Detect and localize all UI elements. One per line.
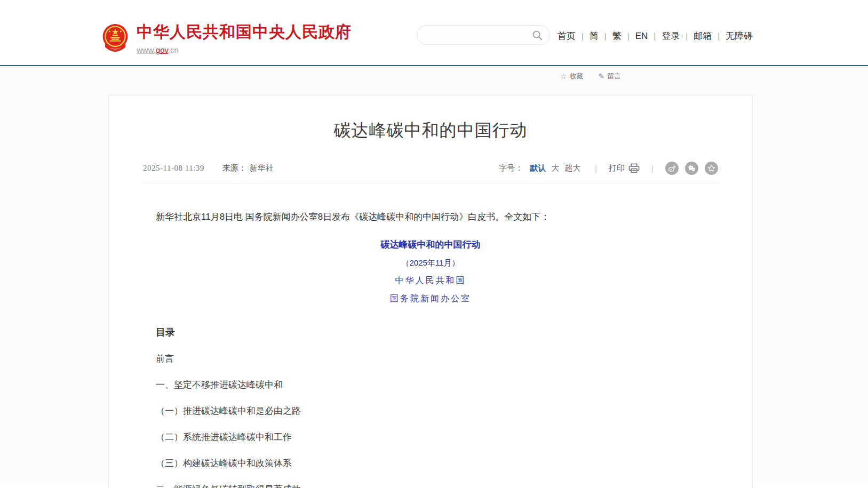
page-body: ☆ 收藏 ✎ 留言 碳达峰碳中和的中国行动 2025-11-08 11:39 来… [0,66,868,486]
article-body: 新华社北京11月8日电 国务院新闻办公室8日发布《碳达峰碳中和的中国行动》白皮书… [109,210,752,488]
document-org-line1: 中华人民共和国 [156,275,705,286]
font-size-xlarge[interactable]: 超大 [564,163,580,173]
nav-separator: | [686,31,688,41]
nav-separator: | [718,31,720,41]
share-group [665,162,718,175]
nav-home[interactable]: 首页 [558,30,576,42]
favorite-button[interactable]: ☆ 收藏 [560,71,584,81]
print-button[interactable]: 打印 [609,163,640,173]
meta-right: 字号： 默认 大 超大 | 打印 | [499,162,718,175]
nav-login[interactable]: 登录 [662,30,680,42]
toc-item-1-1: （一）推进碳达峰碳中和是必由之路 [156,405,705,417]
printer-icon [628,163,640,173]
source-label: 来源： [222,163,246,173]
search-icon[interactable] [531,29,543,41]
document-date: （2025年11月） [156,258,705,268]
weibo-share-icon[interactable] [665,162,679,175]
lead-paragraph: 新华社北京11月8日电 国务院新闻办公室8日发布《碳达峰碳中和的中国行动》白皮书… [156,210,705,224]
meta-left: 2025-11-08 11:39 来源： 新华社 [143,163,274,173]
font-size-default[interactable]: 默认 [530,163,546,173]
comment-button[interactable]: ✎ 留言 [599,71,622,81]
nav-separator: | [582,31,584,41]
article-container: 碳达峰碳中和的中国行动 2025-11-08 11:39 来源： 新华社 字号：… [108,95,753,488]
meta-separator: | [651,164,654,173]
site-url[interactable]: www.gov.cn [137,45,352,54]
nav-traditional[interactable]: 繁 [612,30,622,42]
toc-item-1-2: （二）系统推进碳达峰碳中和工作 [156,431,705,443]
star-share-icon[interactable] [705,162,718,175]
search-input[interactable] [411,26,531,44]
article-title: 碳达峰碳中和的中国行动 [109,119,752,142]
site-title: 中华人民共和国中央人民政府 [137,21,352,43]
pen-icon: ✎ [599,72,605,81]
quick-links: ☆ 收藏 ✎ 留言 [560,71,621,81]
site-logo[interactable]: 中华人民共和国中央人民政府 www.gov.cn [101,21,352,54]
comment-label: 留言 [607,71,621,81]
search-box [417,25,550,45]
nav-mail[interactable]: 邮箱 [694,30,712,42]
star-outline-icon: ☆ [560,72,567,81]
toc-item-1: 一、坚定不移推进碳达峰碳中和 [156,379,705,391]
site-header: 中华人民共和国中央人民政府 www.gov.cn 首页 | 简 | 繁 | EN… [0,0,868,65]
top-nav: 首页 | 简 | 繁 | EN | 登录 | 邮箱 | 无障碍 [558,30,753,42]
meta-separator: | [595,164,597,173]
document-org-line2: 国务院新闻办公室 [156,293,705,305]
nav-simplified[interactable]: 简 [590,30,599,42]
wechat-share-icon[interactable] [685,162,698,175]
print-label: 打印 [609,163,625,173]
nav-english[interactable]: EN [635,31,648,42]
nav-separator: | [627,31,630,41]
toc-item-1-3: （三）构建碳达峰碳中和政策体系 [156,457,705,469]
document-title: 碳达峰碳中和的中国行动 [156,238,705,251]
publish-date: 2025-11-08 11:39 [143,164,204,173]
national-emblem-icon [101,23,129,53]
font-size-large[interactable]: 大 [551,163,559,173]
source-value[interactable]: 新华社 [250,163,274,173]
nav-separator: | [604,31,607,41]
toc-heading: 目录 [156,326,705,339]
nav-separator: | [654,31,656,41]
toc-item-2: 二、能源绿色低碳转型取得显著成效 [156,483,705,488]
favorite-label: 收藏 [570,71,584,81]
toc-item-preface: 前言 [156,353,705,365]
brand-text: 中华人民共和国中央人民政府 www.gov.cn [137,21,352,54]
nav-accessibility[interactable]: 无障碍 [726,30,753,42]
article-meta-row: 2025-11-08 11:39 来源： 新华社 字号： 默认 大 超大 | 打… [143,162,718,183]
font-size-label: 字号： [499,163,523,173]
